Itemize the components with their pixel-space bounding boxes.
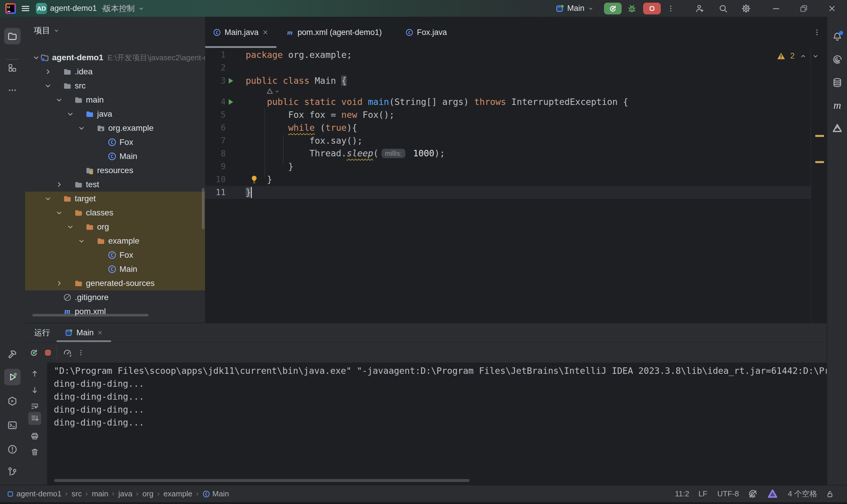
chevron-right-icon[interactable] [44, 67, 52, 76]
tool-more-button[interactable] [6, 84, 19, 97]
tree-node-fox[interactable]: CFox [25, 248, 205, 262]
tree-node-java[interactable]: java [25, 107, 205, 121]
code-line-3[interactable]: 3public class Main { [205, 74, 811, 87]
code-editor[interactable]: 1package org.example;23public class Main… [205, 48, 827, 323]
gutter-line-10[interactable]: 10 [205, 173, 246, 186]
code-line-1[interactable]: 1package org.example; [205, 49, 811, 61]
editor-tab-main-java[interactable]: CMain.java [205, 17, 277, 48]
chevron-right-icon[interactable] [55, 279, 64, 288]
chevron-up-icon[interactable] [799, 52, 807, 60]
code-line-11[interactable]: 11} [205, 186, 811, 199]
close-button[interactable] [826, 3, 838, 14]
minimize-button[interactable] [770, 3, 782, 14]
tree-node-classes[interactable]: classes [25, 206, 205, 220]
tool-problems-button[interactable] [6, 443, 19, 456]
breadcrumb-item-java[interactable]: java [118, 489, 133, 499]
code-line-4[interactable]: 4 public static void main(String[] args)… [205, 95, 811, 108]
ai-assistant-status-button[interactable] [748, 485, 758, 502]
breadcrumb-item-main[interactable]: CMain [203, 489, 229, 499]
breadcrumb-item-example[interactable]: example [163, 489, 192, 499]
code-line-8[interactable]: 8 Thread.sleep(millis: 1000); [205, 147, 811, 160]
chevron-down-icon[interactable] [66, 222, 75, 231]
breadcrumb-item-main[interactable]: main [92, 489, 108, 499]
code-with-me-button[interactable] [694, 3, 706, 14]
tab-list-button[interactable] [812, 27, 822, 37]
gutter-line-9[interactable]: 9 [205, 160, 246, 173]
tool-git-button[interactable] [6, 465, 19, 478]
close-icon[interactable] [97, 330, 103, 336]
scroll-to-end-button[interactable] [28, 412, 41, 425]
console-more-button[interactable] [75, 346, 86, 359]
next-occurrence-button[interactable] [28, 384, 41, 397]
tool-ai-assistant-button[interactable] [831, 53, 844, 66]
prev-occurrence-button[interactable] [28, 367, 41, 380]
debug-button[interactable] [625, 3, 638, 14]
tree-node-test[interactable]: test [25, 178, 205, 192]
breadcrumb-item-src[interactable]: src [71, 489, 82, 499]
code-line-10[interactable]: 10 } [205, 173, 811, 186]
print-button[interactable] [28, 430, 41, 443]
code-line-5[interactable]: 5 Fox fox = new Fox(); [205, 108, 811, 121]
gutter-line-5[interactable]: 5 [205, 108, 246, 121]
tree-node-org[interactable]: org [25, 220, 205, 234]
tool-dependencies-button[interactable] [831, 122, 844, 135]
code-line-9[interactable]: 9 } [205, 160, 811, 173]
chevron-down-icon[interactable] [77, 237, 86, 246]
search-everywhere-button[interactable] [717, 3, 729, 14]
tree-horizontal-scrollbar[interactable] [32, 314, 149, 317]
tree-node-agent-demo1[interactable]: agent-demo1E:\开发项目\javasec2\agent-demo1 [25, 51, 205, 65]
tree-vertical-scrollbar[interactable] [202, 188, 205, 229]
run-gutter-icon[interactable] [226, 76, 235, 85]
chevron-down-icon[interactable] [44, 82, 52, 90]
chevron-down-icon[interactable] [32, 53, 40, 62]
chevron-down-icon[interactable] [55, 209, 64, 217]
intention-bulb-icon[interactable] [249, 175, 259, 184]
encoding-widget[interactable]: UTF-8 [717, 485, 739, 502]
notifications-button[interactable] [831, 30, 844, 43]
gutter-line-8[interactable]: 8 [205, 147, 246, 160]
tree-node-resources[interactable]: resources [25, 163, 205, 178]
tree-node-example[interactable]: example [25, 234, 205, 248]
run-button[interactable] [604, 3, 622, 14]
run-gutter-icon[interactable] [226, 97, 235, 106]
breadcrumb-item-org[interactable]: org [142, 489, 154, 499]
stop-button[interactable] [643, 3, 661, 14]
tree-node-main[interactable]: CMain [25, 149, 205, 163]
tool-terminal-button[interactable] [6, 419, 19, 432]
run-configuration-widget[interactable]: Main [555, 0, 594, 17]
chevron-down-icon[interactable] [77, 124, 86, 132]
editor-tab-pom-xml-agent-demo1-[interactable]: mpom.xml (agent-demo1) [277, 17, 391, 48]
close-icon[interactable] [262, 29, 269, 36]
tree-node-fox[interactable]: CFox [25, 135, 205, 149]
tool-project-button[interactable] [4, 28, 21, 44]
console[interactable]: "D:\Program Files\scoop\apps\jdk11\curre… [25, 363, 827, 485]
rerun-button[interactable] [27, 346, 40, 359]
plugin-status-button[interactable] [767, 485, 778, 502]
project-widget[interactable]: AD agent-demo1 [36, 0, 107, 17]
settings-button[interactable] [740, 3, 752, 14]
chevron-down-icon[interactable] [44, 194, 52, 203]
vcs-widget[interactable]: 版本控制 [103, 0, 145, 17]
tree-node-main[interactable]: main [25, 93, 205, 107]
indent-widget[interactable]: 4 个空格 [788, 485, 817, 502]
tree-node--gitignore[interactable]: .gitignore [25, 290, 205, 304]
chevron-down-icon[interactable] [55, 95, 64, 104]
chevron-down-icon[interactable] [66, 110, 75, 119]
tool-services-button[interactable] [6, 395, 19, 408]
gutter-line-6[interactable]: 6 [205, 121, 246, 134]
stop-process-button[interactable] [41, 346, 54, 359]
tool-build-button[interactable] [6, 348, 19, 361]
profiler-button[interactable] [61, 346, 74, 359]
warning-stripe-mark[interactable] [815, 135, 824, 137]
tree-node-org-example[interactable]: org.example [25, 121, 205, 135]
tree-node--idea[interactable]: .idea [25, 65, 205, 79]
inspections-widget[interactable]: 2 [777, 51, 819, 60]
readonly-toggle[interactable] [826, 485, 834, 502]
code-line-2[interactable]: 2 [205, 61, 811, 74]
gutter-line-3[interactable]: 3 [205, 74, 246, 87]
maximize-button[interactable] [798, 3, 810, 14]
gutter-line-4[interactable]: 4 [205, 95, 246, 108]
line-separator-widget[interactable]: LF [698, 485, 707, 502]
tool-structure-button[interactable] [6, 61, 19, 74]
clear-console-button[interactable] [28, 446, 41, 458]
